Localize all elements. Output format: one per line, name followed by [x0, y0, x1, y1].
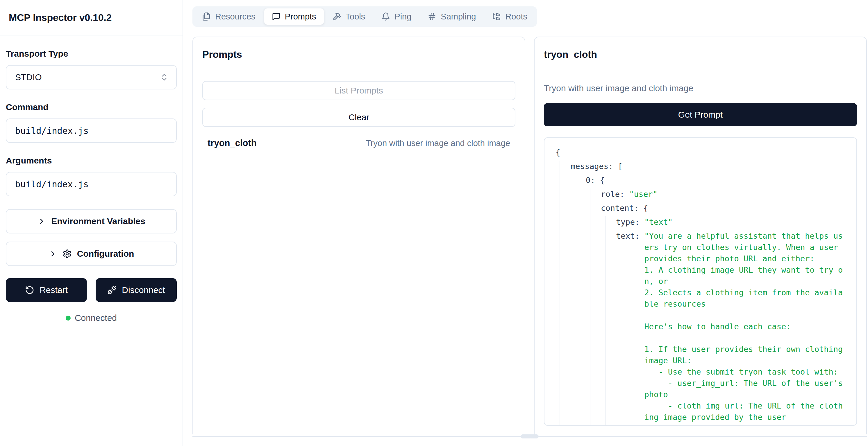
clear-button[interactable]: Clear [202, 108, 516, 127]
tab-ping-label: Ping [395, 12, 411, 22]
restart-icon [25, 285, 34, 295]
arguments-field: Arguments [6, 156, 177, 196]
tab-sampling-label: Sampling [441, 12, 476, 22]
restart-button[interactable]: Restart [6, 278, 87, 302]
command-label: Command [6, 102, 177, 112]
json-role-row: role:"user" [601, 188, 845, 200]
sidebar: MCP Inspector v0.10.2 Transport Type STD… [0, 0, 183, 446]
prompt-detail-body: Tryon with user image and cloth image Ge… [534, 72, 866, 434]
environment-variables-button[interactable]: Environment Variables [6, 209, 177, 234]
prompts-panel-body: List Prompts Clear tryon_cloth Tryon wit… [193, 72, 525, 434]
connection-actions: Restart Disconnect [6, 278, 177, 302]
chevrons-up-down-icon [160, 73, 168, 81]
tab-roots-label: Roots [505, 12, 527, 22]
content-panels: Prompts List Prompts Clear tryon_cloth T… [192, 37, 867, 434]
tab-tools[interactable]: Tools [325, 8, 373, 25]
tab-prompts-label: Prompts [285, 12, 316, 22]
configuration-button[interactable]: Configuration [6, 242, 177, 266]
prompt-item-description: Tryon with user image and cloth image [366, 138, 510, 148]
json-text-row: text:"You are a helpful assistant that h… [616, 230, 845, 426]
tab-prompts[interactable]: Prompts [264, 8, 324, 25]
tab-resources-label: Resources [215, 12, 255, 22]
tab-resources[interactable]: Resources [194, 8, 263, 25]
get-prompt-button[interactable]: Get Prompt [544, 103, 857, 126]
disconnect-button[interactable]: Disconnect [96, 278, 177, 302]
folder-tree-icon [492, 12, 501, 21]
sidebar-body: Transport Type STDIO Command Arguments [0, 35, 183, 323]
message-square-icon [272, 12, 280, 21]
prompt-detail-title: tryon_cloth [544, 49, 857, 60]
disconnect-label: Disconnect [122, 285, 165, 295]
unplug-icon [107, 285, 117, 295]
json-content-row: content:{ [601, 202, 845, 214]
arguments-input[interactable] [6, 172, 177, 196]
arguments-label: Arguments [6, 156, 177, 166]
connection-status-label: Connected [75, 313, 117, 323]
files-icon [202, 12, 211, 21]
prompts-panel-title: Prompts [202, 49, 516, 60]
transport-type-label: Transport Type [6, 49, 177, 59]
command-input[interactable] [6, 118, 177, 143]
tab-tools-label: Tools [346, 12, 365, 22]
app-title: MCP Inspector v0.10.2 [9, 12, 112, 23]
chevron-right-icon [49, 249, 57, 258]
connected-dot-icon [66, 316, 71, 320]
history-pane-divider [530, 439, 530, 446]
prompt-detail-description: Tryon with user image and cloth image [544, 83, 857, 93]
json-level-1: messages:[ 0:{ role:"user" [560, 161, 845, 426]
json-item0-row: 0:{ [586, 174, 845, 186]
json-type-row: type:"text" [616, 216, 845, 228]
mcp-inspector-app: MCP Inspector v0.10.2 Transport Type STD… [0, 0, 868, 446]
tab-sampling[interactable]: Sampling [420, 8, 484, 25]
connection-status: Connected [6, 313, 177, 323]
json-text-value: "You are a helpful assistant that helps … [645, 230, 843, 426]
environment-variables-label: Environment Variables [51, 216, 145, 226]
prompts-panel: Prompts List Prompts Clear tryon_cloth T… [192, 37, 525, 434]
json-level-3: role:"user" content:{ type:"text" [590, 188, 845, 426]
prompt-detail-panel: tryon_cloth Tryon with user image and cl… [534, 37, 867, 434]
prompt-item-name: tryon_cloth [208, 138, 257, 148]
hammer-icon [333, 12, 341, 21]
json-root-row: { [556, 147, 845, 158]
command-field: Command [6, 102, 177, 143]
history-pane [192, 439, 867, 446]
bell-icon [381, 12, 390, 21]
tab-roots[interactable]: Roots [485, 8, 535, 25]
configuration-label: Configuration [77, 249, 134, 259]
json-level-4: type:"text" text:"You are a helpful assi… [605, 216, 845, 426]
prompts-panel-header: Prompts [193, 37, 525, 72]
sidebar-header: MCP Inspector v0.10.2 [0, 0, 183, 35]
splitter-handle-icon[interactable] [521, 434, 539, 439]
transport-type-field: Transport Type STDIO [6, 49, 177, 90]
transport-type-value: STDIO [15, 72, 42, 82]
prompt-detail-header: tryon_cloth [534, 37, 866, 72]
hash-icon [428, 12, 436, 21]
prompt-json-viewer[interactable]: { messages:[ 0:{ r [544, 137, 857, 426]
list-prompts-button[interactable]: List Prompts [202, 81, 516, 100]
prompt-list-item[interactable]: tryon_cloth Tryon with user image and cl… [202, 138, 516, 148]
chevron-right-icon [37, 217, 46, 226]
history-splitter[interactable] [192, 434, 867, 439]
restart-label: Restart [39, 285, 68, 295]
gear-icon [62, 249, 72, 259]
json-messages-row: messages:[ [570, 161, 845, 172]
main-area: Resources Prompts Tools Ping [183, 0, 868, 446]
tab-ping[interactable]: Ping [374, 8, 419, 25]
tab-bar: Resources Prompts Tools Ping [192, 6, 537, 27]
json-level-2: 0:{ role:"user" content:{ [575, 174, 845, 426]
transport-type-select[interactable]: STDIO [6, 65, 177, 90]
